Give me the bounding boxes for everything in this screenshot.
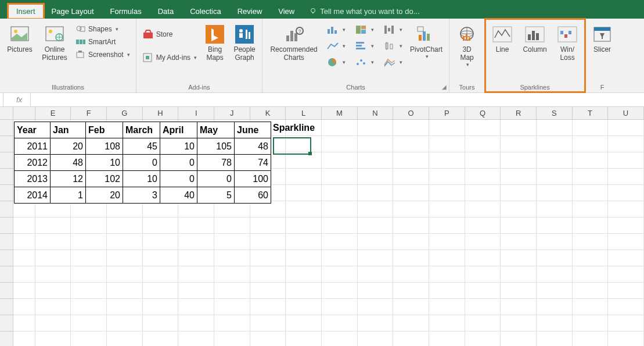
pictures-button[interactable]: Pictures — [3, 23, 36, 55]
table-cell[interactable]: 45 — [123, 138, 160, 155]
col-header-r[interactable]: R — [501, 107, 537, 119]
col-header[interactable] — [13, 107, 35, 119]
smartart-button[interactable]: SmartArt — [73, 36, 132, 48]
chart-bar-button[interactable]: ▾ — [352, 40, 376, 52]
table-cell[interactable]: 20 — [51, 138, 86, 155]
table-cell[interactable]: 10 — [160, 138, 197, 155]
col-header-l[interactable]: L — [286, 107, 322, 119]
bing-maps-button[interactable]: Bing Maps — [202, 23, 228, 63]
table-cell[interactable]: 2014 — [15, 187, 51, 204]
table-cell[interactable]: 108 — [86, 138, 123, 155]
my-addins-button[interactable]: My Add-ins▾ — [140, 51, 199, 64]
tab-formulas[interactable]: Formulas — [102, 4, 150, 19]
table-header[interactable]: May — [197, 122, 235, 138]
svg-rect-31 — [356, 26, 361, 34]
table-cell[interactable]: 78 — [197, 155, 235, 171]
sparkline-column-button[interactable]: Column — [519, 23, 551, 55]
slicer-button[interactable]: Slicer — [589, 23, 616, 55]
table-cell[interactable]: 0 — [160, 171, 197, 187]
col-header-s[interactable]: S — [537, 107, 573, 119]
pivotchart-button[interactable]: PivotChart ▾ — [407, 23, 445, 60]
chart-pie-button[interactable]: ▾ — [324, 56, 348, 69]
svg-rect-42 — [390, 44, 393, 49]
table-cell[interactable]: 105 — [197, 138, 235, 155]
svg-point-19 — [239, 29, 243, 33]
chart-scatter-button[interactable]: ▾ — [352, 56, 376, 69]
3d-map-button[interactable]: 3D Map▾ — [453, 23, 481, 69]
chart-waterfall-button[interactable]: ▾ — [381, 23, 405, 36]
chart-surface-button[interactable]: ▾ — [381, 56, 405, 69]
col-header-f[interactable]: F — [71, 107, 107, 119]
sparkline-header-cell[interactable]: Sparkline — [273, 123, 315, 133]
col-header-g[interactable]: G — [107, 107, 143, 119]
table-cell[interactable]: 1 — [51, 187, 86, 204]
table-cell[interactable]: 102 — [86, 171, 123, 187]
tab-review[interactable]: Review — [229, 4, 271, 19]
chart-line-button[interactable]: ▾ — [324, 40, 348, 52]
table-cell[interactable]: 12 — [51, 171, 86, 187]
tab-insert[interactable]: Insert — [8, 4, 44, 19]
tab-colectica[interactable]: Colectica — [182, 4, 229, 19]
select-all-corner[interactable] — [0, 107, 13, 119]
col-header-e[interactable]: E — [35, 107, 71, 119]
table-header[interactable]: April — [160, 122, 197, 138]
store-button[interactable]: Store — [140, 28, 199, 41]
sparkline-line-button[interactable]: Line — [488, 23, 516, 55]
worksheet-grid[interactable]: Year Jan Feb March April May June 201120… — [0, 120, 644, 346]
table-header[interactable]: Jan — [51, 122, 86, 138]
table-cell[interactable]: 2012 — [15, 155, 51, 171]
chart-hierarchy-button[interactable]: ▾ — [352, 23, 376, 36]
col-header-o[interactable]: O — [393, 107, 429, 119]
group-addins: Store My Add-ins▾ Bing Maps People Graph… — [136, 19, 262, 92]
table-header[interactable]: June — [235, 122, 271, 138]
table-cell[interactable]: 74 — [235, 155, 271, 171]
screenshot-label: Screenshot — [88, 51, 124, 59]
col-header-t[interactable]: T — [573, 107, 609, 119]
table-cell[interactable]: 48 — [51, 155, 86, 171]
table-cell[interactable]: 0 — [197, 171, 235, 187]
table-cell[interactable]: 3 — [123, 187, 160, 204]
col-header-h[interactable]: H — [143, 107, 179, 119]
col-header-j[interactable]: J — [214, 107, 250, 119]
screenshot-button[interactable]: Screenshot▾ — [73, 49, 132, 60]
table-cell[interactable]: 2011 — [15, 138, 51, 155]
svg-rect-48 — [423, 31, 426, 41]
people-graph-button[interactable]: People Graph — [231, 23, 258, 63]
table-cell[interactable]: 40 — [160, 187, 197, 204]
col-header-m[interactable]: M — [322, 107, 358, 119]
table-cell[interactable]: 100 — [235, 171, 271, 187]
chart-statistic-button[interactable]: ▾ — [381, 40, 405, 52]
col-header-u[interactable]: U — [608, 107, 644, 119]
col-header-i[interactable]: I — [178, 107, 214, 119]
table-header[interactable]: Feb — [86, 122, 123, 138]
col-header-p[interactable]: P — [429, 107, 465, 119]
formula-input[interactable] — [31, 93, 644, 106]
table-cell[interactable]: 0 — [123, 155, 160, 171]
tell-me-search[interactable]: Tell me what you want to do... — [310, 7, 419, 16]
tab-view[interactable]: View — [270, 4, 303, 19]
table-cell[interactable]: 20 — [86, 187, 123, 204]
table-cell[interactable]: 5 — [197, 187, 235, 204]
tab-page-layout[interactable]: Page Layout — [44, 4, 102, 19]
table-cell[interactable]: 2013 — [15, 171, 51, 187]
table-header[interactable]: Year — [15, 122, 51, 138]
shapes-button[interactable]: Shapes▾ — [73, 23, 132, 35]
col-header-n[interactable]: N — [358, 107, 394, 119]
tab-data[interactable]: Data — [150, 4, 182, 19]
table-cell[interactable]: 10 — [86, 155, 123, 171]
col-header-k[interactable]: K — [250, 107, 286, 119]
table-cell[interactable]: 10 — [123, 171, 160, 187]
fx-button[interactable]: fx — [3, 93, 31, 106]
online-pictures-button[interactable]: Online Pictures — [38, 23, 71, 63]
svg-rect-30 — [334, 30, 337, 34]
table-cell[interactable]: 48 — [235, 138, 271, 155]
table-header[interactable]: March — [123, 122, 160, 138]
svg-rect-38 — [356, 45, 362, 47]
col-header-q[interactable]: Q — [465, 107, 501, 119]
recommended-charts-button[interactable]: ? Recommended Charts — [266, 23, 322, 63]
charts-dialog-launcher[interactable]: ◢ — [442, 84, 447, 90]
table-cell[interactable]: 60 — [235, 187, 271, 204]
sparkline-winloss-button[interactable]: Win/ Loss — [553, 23, 581, 63]
table-cell[interactable]: 0 — [160, 155, 197, 171]
chart-column-button[interactable]: ▾ — [324, 23, 348, 36]
